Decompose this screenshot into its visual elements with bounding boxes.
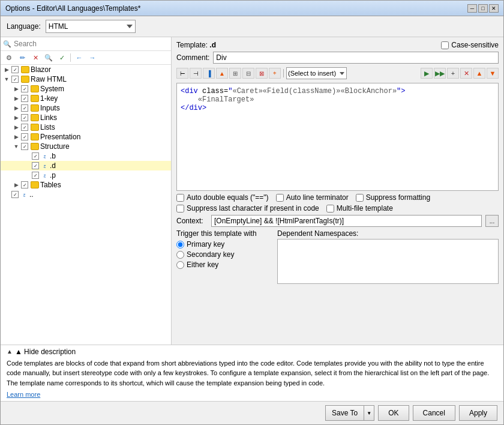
tree-delete-button[interactable]: ✕ <box>29 52 41 63</box>
nav-btn-go1[interactable]: ▶ <box>421 68 433 79</box>
checkbox-rawhtml[interactable] <box>11 76 19 83</box>
suppress-last-char-checkbox[interactable] <box>176 205 184 212</box>
list-item[interactable]: 𝒛 .b <box>1 151 171 161</box>
radio-either-key-input[interactable] <box>176 261 184 269</box>
list-item[interactable]: ▼ Structure <box>1 142 171 151</box>
language-select[interactable]: HTML CSS JavaScript <box>46 20 136 33</box>
comment-input[interactable] <box>213 52 499 64</box>
tree-toggle-1key[interactable]: ▶ <box>13 95 20 102</box>
cancel-button[interactable]: Cancel <box>413 405 455 421</box>
checkbox-p[interactable] <box>32 172 39 179</box>
tree-toggle-rawhtml[interactable]: ▼ <box>3 76 10 83</box>
tree-toggle-structure[interactable]: ▼ <box>13 143 20 150</box>
nav-btn-add[interactable]: + <box>447 68 459 79</box>
apply-button[interactable]: Apply <box>459 405 497 421</box>
radio-primary-key-input[interactable] <box>176 241 184 249</box>
close-button[interactable]: ✕ <box>489 4 499 13</box>
checkbox-inputs[interactable] <box>21 104 28 112</box>
trigger-label: Trigger this template with <box>176 229 272 238</box>
list-item[interactable]: ▶ Inputs <box>1 103 171 113</box>
ed-btn-2[interactable]: ⊣ <box>190 68 202 79</box>
tree-edit-button[interactable]: ✏ <box>16 52 28 63</box>
nav-btn-remove[interactable]: ✕ <box>460 68 472 79</box>
ed-btn-1[interactable]: ⊢ <box>176 68 188 79</box>
save-to-dropdown-button[interactable]: ▼ <box>364 405 374 421</box>
list-item[interactable]: ▶ Links <box>1 113 171 122</box>
ed-btn-7[interactable]: ⊠ <box>256 68 268 79</box>
checkbox-links[interactable] <box>21 114 28 121</box>
desc-header[interactable]: ▲ ▲ Hide description <box>7 348 497 356</box>
ed-btn-8[interactable]: ⌖ <box>269 68 281 79</box>
tree-toggle-system[interactable]: ▶ <box>13 85 20 92</box>
suppress-formatting-checkbox[interactable] <box>356 194 364 202</box>
title-bar: Options - Editor\All Languages\Templates… <box>1 1 503 16</box>
checkbox-1key[interactable] <box>21 95 28 102</box>
maximize-button[interactable]: □ <box>478 4 488 13</box>
desc-header-label: ▲ Hide description <box>15 348 76 356</box>
tree-toggle-blazor[interactable]: ▶ <box>3 66 10 73</box>
tree-toggle-presentation[interactable]: ▶ <box>13 133 20 140</box>
tree-check-button[interactable]: ✓ <box>56 52 68 63</box>
tree-search-button[interactable]: 🔍 <box>43 52 55 63</box>
select-insert-dropdown[interactable]: (Select to insert) $END$ $SELECTION$ <box>286 67 347 79</box>
context-input[interactable] <box>211 215 482 227</box>
multi-file-checkbox[interactable] <box>326 205 334 212</box>
nav-btn-go2[interactable]: ▶▶ <box>434 68 446 79</box>
minimize-button[interactable]: ─ <box>467 4 477 13</box>
list-item[interactable]: ▶ Lists <box>1 122 171 132</box>
folder-icon-tables <box>31 181 39 188</box>
dependent-ns-box[interactable] <box>277 239 499 284</box>
list-item[interactable]: ▶ Blazor <box>1 65 171 74</box>
nav-btn-down[interactable]: ▼ <box>487 68 499 79</box>
nav-btn-up[interactable]: ▲ <box>473 68 485 79</box>
tree-toolbar: ⚙ ✏ ✕ 🔍 ✓ ← → <box>1 51 171 65</box>
tree-settings-button[interactable]: ⚙ <box>3 52 15 63</box>
tree-label-inputs: Inputs <box>40 104 60 112</box>
tree-toggle-lists[interactable]: ▶ <box>13 124 20 131</box>
case-sensitive-checkbox[interactable] <box>441 41 449 49</box>
ed-btn-4[interactable]: ▲ <box>216 68 228 79</box>
checkbox-presentation[interactable] <box>21 133 28 140</box>
context-browse-button[interactable]: ... <box>485 215 499 227</box>
tree-label-d: .d <box>50 161 56 170</box>
ed-btn-6[interactable]: ⊟ <box>242 68 254 79</box>
tree-nav-right-button[interactable]: → <box>86 52 98 63</box>
list-item[interactable]: 𝒛 .. <box>1 190 171 199</box>
checkbox-blazor[interactable] <box>11 66 19 73</box>
code-editor[interactable]: <div class="«Caret»«Field(className)»«Bl… <box>176 83 499 191</box>
search-input[interactable] <box>14 40 169 48</box>
tree-toggle-inputs[interactable]: ▶ <box>13 104 20 112</box>
list-item[interactable]: ▼ Raw HTML <box>1 74 171 84</box>
learn-more-link[interactable]: Learn more <box>7 391 40 398</box>
tree-toggle-tables[interactable]: ▶ <box>13 181 20 188</box>
checkbox-system[interactable] <box>21 85 28 92</box>
checkbox-dotdot[interactable] <box>11 191 19 198</box>
checkbox-tables[interactable] <box>21 181 28 188</box>
radio-secondary-key-input[interactable] <box>176 251 184 259</box>
ok-button[interactable]: OK <box>378 405 409 421</box>
checkbox-b[interactable] <box>32 152 39 160</box>
auto-double-equals-checkbox[interactable] <box>176 194 184 202</box>
list-item[interactable]: 𝒛 .p <box>1 170 171 180</box>
list-item[interactable]: ▶ System <box>1 84 171 94</box>
save-to-button[interactable]: Save To <box>325 405 364 421</box>
tree-toggle-links[interactable]: ▶ <box>13 114 20 121</box>
list-item[interactable]: ▶ 1-key <box>1 94 171 103</box>
checkbox-structure[interactable] <box>21 143 28 150</box>
list-item[interactable]: 𝒛 .d <box>1 161 171 170</box>
list-item[interactable]: ▶ Presentation <box>1 132 171 142</box>
radio-secondary-key-label: Secondary key <box>187 250 234 259</box>
ed-btn-3[interactable]: ▐ <box>203 68 215 79</box>
ed-btn-5[interactable]: ⊞ <box>229 68 241 79</box>
radio-either-key-label: Either key <box>187 261 218 269</box>
folder-icon-inputs <box>31 104 39 112</box>
auto-line-terminator-checkbox[interactable] <box>276 194 284 202</box>
checkbox-d[interactable] <box>32 162 39 169</box>
list-item[interactable]: ▶ Tables <box>1 180 171 190</box>
language-row: Language: HTML CSS JavaScript <box>1 16 503 37</box>
tree-label-tables: Tables <box>40 181 61 189</box>
checkbox-lists[interactable] <box>21 124 28 131</box>
tree-nav-left-button[interactable]: ← <box>73 52 85 63</box>
template-icon-d: 𝒛 <box>41 162 49 169</box>
language-label: Language: <box>7 22 41 31</box>
